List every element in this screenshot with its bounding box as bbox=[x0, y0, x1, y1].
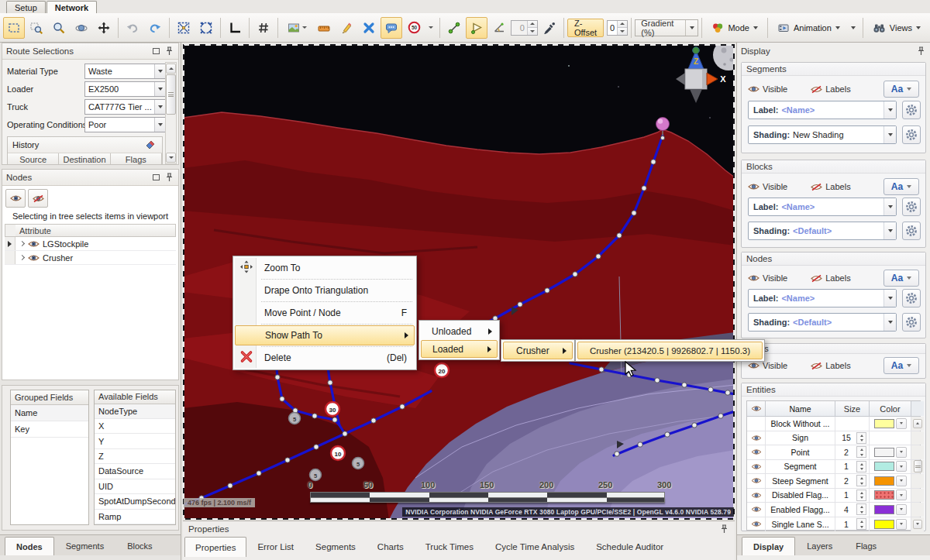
tree-row-lgstockpile[interactable]: LGStockpile bbox=[5, 237, 176, 251]
scroll-thumb[interactable] bbox=[914, 460, 922, 472]
blocks-label-gear-button[interactable] bbox=[902, 198, 921, 216]
entities-scrollbar[interactable] bbox=[911, 517, 924, 532]
submenu-item-unloaded[interactable]: Unloaded bbox=[421, 322, 498, 340]
eye-icon[interactable] bbox=[748, 362, 760, 369]
flag-tool-button[interactable] bbox=[466, 17, 487, 39]
angle-tool-button[interactable] bbox=[488, 17, 510, 39]
eye-crossed-icon[interactable] bbox=[811, 183, 822, 191]
color-dropdown[interactable] bbox=[896, 504, 907, 515]
entity-row-enabled-flag[interactable]: Enabled Flagg... 4 bbox=[747, 503, 920, 517]
size-spinner[interactable] bbox=[856, 503, 866, 515]
eye-crossed-icon[interactable] bbox=[811, 85, 822, 94]
eye-icon[interactable] bbox=[751, 463, 762, 470]
scroll-up-button[interactable] bbox=[913, 419, 922, 428]
entity-visibility-cell[interactable] bbox=[747, 445, 766, 459]
field-item[interactable]: Name bbox=[11, 405, 88, 421]
tree-row-crusher[interactable]: Crusher bbox=[5, 251, 176, 265]
font-button[interactable]: Aa bbox=[884, 178, 919, 195]
field-item[interactable]: DataSource bbox=[95, 464, 175, 479]
entities-scrollbar[interactable] bbox=[911, 460, 924, 474]
font-button[interactable]: Aa bbox=[884, 81, 919, 98]
tab-error-list[interactable]: Error List bbox=[246, 537, 305, 557]
maximize-icon[interactable] bbox=[150, 172, 161, 183]
segments-shading-combo[interactable]: Shading:New Shading bbox=[748, 125, 897, 144]
visible-toggle-label[interactable]: Visible bbox=[763, 361, 787, 370]
history-col-flags[interactable]: Flags bbox=[111, 153, 162, 165]
eye-icon[interactable] bbox=[28, 240, 40, 248]
gradient-combo[interactable]: Gradient (%) bbox=[635, 19, 698, 36]
nodes-label-gear-button[interactable] bbox=[902, 289, 921, 307]
eye-icon[interactable] bbox=[748, 183, 760, 191]
field-item[interactable]: Y bbox=[95, 434, 175, 448]
tab-network[interactable]: Network bbox=[46, 1, 97, 13]
entity-visibility-cell[interactable] bbox=[747, 503, 766, 517]
blocks-label-combo[interactable]: Label:<Name> bbox=[748, 198, 897, 216]
tab-setup[interactable]: Setup bbox=[6, 1, 46, 13]
backdrop-image-button[interactable] bbox=[281, 17, 312, 39]
field-item[interactable]: Z bbox=[95, 449, 175, 464]
speed-limit-button[interactable]: 50 bbox=[403, 17, 425, 39]
zoom-button[interactable] bbox=[48, 17, 70, 39]
expander-icon[interactable] bbox=[19, 255, 25, 260]
field-item[interactable]: Key bbox=[11, 421, 88, 438]
axes-button[interactable] bbox=[224, 17, 246, 39]
entity-row-single-lane[interactable]: Single Lane S... 1 bbox=[747, 517, 920, 532]
segments-label-gear-button[interactable] bbox=[902, 101, 921, 119]
menu-item-zoom-to[interactable]: Zoom To bbox=[235, 258, 415, 278]
entity-visibility-cell[interactable] bbox=[747, 460, 766, 474]
entity-visibility-cell[interactable] bbox=[747, 489, 766, 503]
undo-button[interactable] bbox=[122, 17, 143, 39]
color-swatch[interactable] bbox=[874, 520, 894, 529]
pin-icon[interactable] bbox=[718, 524, 729, 534]
field-item[interactable]: UID bbox=[95, 479, 175, 494]
size-spinner[interactable] bbox=[856, 432, 866, 444]
attribute-column-header[interactable]: Attribute bbox=[16, 224, 176, 237]
labels-toggle-label[interactable]: Labels bbox=[825, 361, 850, 370]
material-type-combo[interactable]: Waste bbox=[84, 64, 167, 79]
submenu-item-crusher[interactable]: Crusher bbox=[503, 342, 573, 359]
animation-extra-dropdown[interactable] bbox=[847, 17, 859, 39]
blocks-shading-combo[interactable]: Shading:<Default> bbox=[748, 222, 897, 240]
tab-segments[interactable]: Segments bbox=[305, 537, 367, 557]
entity-row-point[interactable]: Point 2 bbox=[747, 445, 920, 460]
color-dropdown[interactable] bbox=[896, 519, 907, 530]
entity-visibility-cell[interactable] bbox=[747, 517, 766, 532]
nodes-label-combo[interactable]: Label:<Name> bbox=[748, 289, 897, 307]
name-column-header[interactable]: Name bbox=[766, 401, 835, 416]
eye-icon[interactable] bbox=[751, 492, 762, 499]
tab-blocks[interactable]: Blocks bbox=[115, 537, 164, 555]
comment-button[interactable] bbox=[381, 17, 402, 39]
entity-visibility-cell[interactable] bbox=[747, 431, 766, 445]
z-offset-spinner[interactable] bbox=[617, 21, 627, 35]
tab-flags[interactable]: Flags bbox=[844, 537, 888, 555]
labels-toggle-label[interactable]: Labels bbox=[825, 273, 850, 283]
color-swatch[interactable] bbox=[874, 490, 894, 500]
pan-button[interactable] bbox=[93, 17, 115, 39]
mode-dropdown-button[interactable]: Mode bbox=[705, 17, 764, 39]
operating-conditions-combo[interactable]: Poor bbox=[84, 117, 167, 132]
route-scrollbar[interactable] bbox=[165, 62, 177, 164]
color-dropdown[interactable] bbox=[896, 476, 907, 486]
tab-cycle-time-analysis[interactable]: Cycle Time Analysis bbox=[484, 537, 585, 557]
color-dropdown[interactable] bbox=[896, 418, 907, 429]
segments-label-combo[interactable]: Label:<Name> bbox=[748, 101, 897, 119]
menu-item-delete[interactable]: Delete (Del) bbox=[235, 348, 415, 368]
size-column-header[interactable]: Size bbox=[835, 401, 870, 416]
eye-icon[interactable] bbox=[748, 274, 760, 282]
nodes-shading-gear-button[interactable] bbox=[902, 313, 921, 332]
color-swatch[interactable] bbox=[874, 419, 894, 428]
font-button[interactable]: Aa bbox=[884, 270, 919, 287]
scroll-down-button[interactable] bbox=[166, 153, 176, 163]
tab-display[interactable]: Display bbox=[742, 537, 795, 555]
size-spinner[interactable] bbox=[856, 446, 866, 458]
size-spinner[interactable] bbox=[856, 461, 866, 472]
tab-truck-times[interactable]: Truck Times bbox=[415, 537, 484, 557]
eraser-icon[interactable] bbox=[145, 139, 157, 151]
maximize-icon[interactable] bbox=[150, 46, 161, 57]
visible-toggle-label[interactable]: Visible bbox=[763, 273, 787, 283]
eye-column-header[interactable] bbox=[747, 401, 766, 416]
tree-node-label[interactable]: LGStockpile bbox=[43, 239, 88, 249]
field-item[interactable]: SpotAtDumpSeconds bbox=[95, 494, 175, 509]
eye-icon[interactable] bbox=[28, 254, 40, 262]
size-spinner[interactable] bbox=[856, 490, 866, 501]
